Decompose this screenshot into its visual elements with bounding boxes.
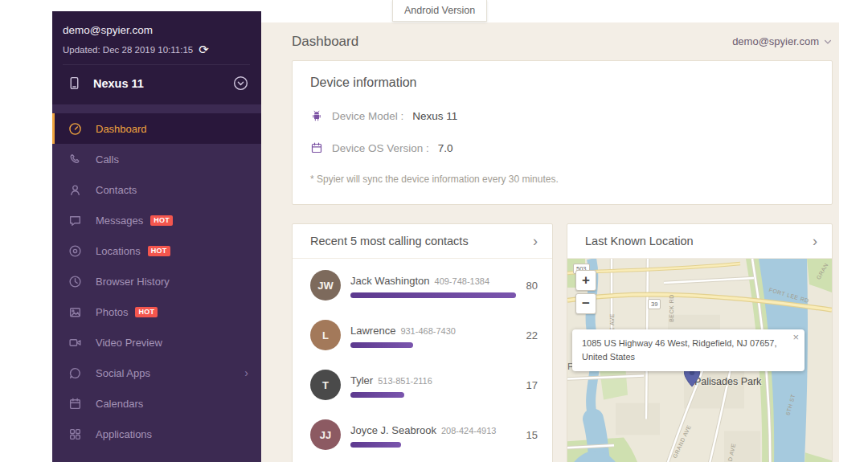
sidebar-item-video-preview[interactable]: Video Preview [52, 327, 261, 358]
chevron-down-icon [823, 37, 833, 47]
photos-icon [68, 305, 82, 319]
content-header: Dashboard demo@spyier.com [292, 22, 833, 60]
recent-contacts-card: Recent 5 most calling contacts › JWJack … [292, 223, 553, 462]
call-count-bar [350, 292, 516, 298]
cards-row: Recent 5 most calling contacts › JWJack … [292, 223, 833, 462]
sidebar-menu: DashboardCallsContactsMessagesHOTLocatio… [52, 104, 261, 449]
dashboard-icon [68, 122, 82, 136]
call-count: 22 [517, 329, 538, 341]
device-name: Nexus 11 [93, 77, 233, 90]
map-tooltip: 1085 US Highway 46 West, Ridgefield, NJ … [572, 329, 805, 371]
calendar-icon [310, 141, 323, 154]
sidebar-item-label: Browser History [96, 276, 170, 288]
sidebar-item-label: Calls [96, 153, 119, 166]
hot-badge: HOT [135, 307, 158, 317]
device-model-label: Device Model : [332, 110, 403, 122]
sidebar-item-messages[interactable]: MessagesHOT [52, 205, 261, 235]
contact-name: Joyce J. Seabrook [350, 424, 436, 436]
avatar: L [310, 320, 341, 350]
sidebar-item-label: Photos [96, 306, 128, 318]
sidebar-item-label: Video Preview [96, 337, 162, 349]
map-address: 1085 US Highway 46 West, Ridgefield, NJ … [582, 338, 777, 362]
chevron-right-icon[interactable]: › [809, 234, 821, 248]
sidebar-item-label: Applications [96, 428, 152, 440]
android-icon [310, 109, 323, 122]
sidebar-item-label: Calendars [96, 398, 143, 410]
sidebar-item-applications[interactable]: Applications [52, 419, 261, 449]
sidebar-account-block: demo@spyier.com Updated: Dec 28 2019 10:… [52, 11, 261, 65]
video-preview-icon [68, 336, 82, 350]
close-icon[interactable]: × [792, 332, 799, 342]
contact-name: Tyler [350, 374, 373, 386]
sidebar-item-browser-history[interactable]: Browser History [52, 266, 261, 296]
recent-contacts-title: Recent 5 most calling contacts [310, 235, 469, 247]
hot-badge: HOT [150, 215, 173, 226]
android-version-tab[interactable]: Android Version [392, 0, 487, 22]
contact-row[interactable]: JWJack Washington409-748-138480 [310, 270, 538, 301]
contacts-icon [68, 183, 82, 197]
contact-phone: 208-424-4913 [441, 426, 497, 435]
account-menu-label: demo@spyier.com [732, 35, 819, 47]
call-count-bar [350, 392, 404, 398]
page-title: Dashboard [292, 34, 358, 50]
sidebar-item-photos[interactable]: PhotosHOT [52, 296, 261, 327]
sidebar: demo@spyier.com Updated: Dec 28 2019 10:… [52, 11, 261, 462]
device-icon [68, 76, 81, 90]
device-model-value: Nexus 11 [412, 110, 457, 122]
contact-phone: 513-851-2116 [378, 376, 432, 386]
device-info-card: Device information Device Model : Nexus … [292, 60, 833, 205]
sidebar-item-calls[interactable]: Calls [52, 144, 261, 174]
applications-icon [68, 427, 82, 441]
contact-phone: 931-468-7430 [400, 326, 456, 336]
calendars-icon [68, 397, 82, 411]
call-count: 15 [517, 429, 538, 441]
contact-row[interactable]: LLawrence931-468-743022 [310, 320, 538, 350]
chevron-down-circle-icon[interactable] [233, 76, 248, 91]
main-content: Dashboard demo@spyier.com Device informa… [261, 22, 839, 462]
device-os-label: Device OS Version : [332, 142, 429, 154]
sidebar-item-locations[interactable]: LocationsHOT [52, 235, 261, 266]
map[interactable]: 50339PALISADE AVEBECK RDFORT LEE RDGRAND… [567, 259, 832, 462]
sync-note: * Spyier will sync the device informatio… [310, 174, 814, 185]
hot-badge: HOT [148, 246, 170, 256]
sidebar-item-label: Dashboard [96, 123, 147, 135]
contact-row[interactable]: TTyler513-851-211617 [310, 370, 538, 400]
account-menu[interactable]: demo@spyier.com [732, 35, 833, 47]
refresh-icon[interactable]: ⟳ [199, 43, 209, 55]
location-card: Last Known Location › [567, 223, 833, 462]
social-apps-icon [68, 366, 82, 380]
avatar: JJ [310, 419, 341, 450]
device-os-value: 7.0 [438, 142, 453, 154]
chevron-right-icon[interactable]: › [530, 234, 541, 248]
call-count-bar [350, 342, 413, 348]
contact-name: Jack Washington [350, 275, 430, 287]
sidebar-item-social-apps[interactable]: Social Apps› [52, 358, 261, 388]
calls-icon [68, 153, 82, 166]
sidebar-item-label: Messages [96, 215, 143, 227]
call-count: 80 [517, 280, 538, 292]
zoom-out-button[interactable]: − [575, 293, 596, 314]
location-title: Last Known Location [585, 235, 694, 247]
contact-row[interactable]: JJJoyce J. Seabrook208-424-491315 [310, 419, 538, 450]
call-count: 17 [517, 379, 538, 391]
contact-list: JWJack Washington409-748-138480LLawrence… [293, 259, 552, 450]
avatar: JW [310, 270, 341, 301]
device-selector[interactable]: Nexus 11 [52, 65, 261, 104]
sidebar-item-dashboard[interactable]: Dashboard [52, 113, 261, 144]
chevron-right-icon: › [244, 367, 248, 378]
updated-label: Updated: Dec 28 2019 10:11:15 [63, 45, 193, 55]
contact-phone: 409-748-1384 [435, 276, 490, 286]
contact-name: Lawrence [350, 325, 395, 337]
sidebar-item-label: Contacts [96, 184, 137, 196]
zoom-in-button[interactable]: + [575, 270, 596, 291]
page: Android Version demo@spyier.com Updated:… [0, 0, 868, 462]
sidebar-item-contacts[interactable]: Contacts [52, 174, 261, 205]
browser-history-icon [68, 275, 82, 288]
device-info-title: Device information [310, 76, 814, 90]
sidebar-item-calendars[interactable]: Calendars [52, 388, 261, 419]
sidebar-item-label: Social Apps [96, 367, 150, 379]
map-zoom-control: + − [575, 270, 596, 317]
map-town-label: Palisades Park [694, 376, 761, 387]
call-count-bar [350, 442, 401, 448]
avatar: T [310, 370, 341, 400]
